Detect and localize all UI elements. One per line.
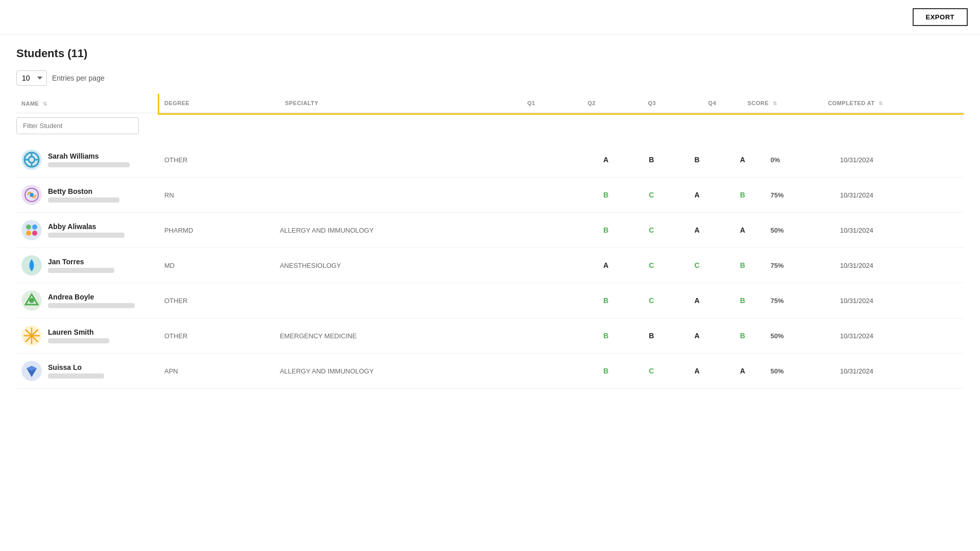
q2-cell-4: C bbox=[629, 283, 674, 318]
specialty-cell-5: EMERGENCY MEDICINE bbox=[275, 318, 583, 354]
svg-point-18 bbox=[29, 298, 34, 303]
name-cell-0: Sarah Williams bbox=[16, 142, 159, 178]
q3-cell-1: A bbox=[674, 178, 720, 213]
name-sort-icon: ⇅ bbox=[43, 101, 47, 107]
q4-cell-4: B bbox=[720, 283, 765, 318]
export-button[interactable]: EXPORT bbox=[913, 8, 968, 26]
name-blur-4 bbox=[48, 303, 135, 308]
completed-cell-6: 10/31/2024 bbox=[835, 354, 964, 389]
student-name-6[interactable]: Suissa Lo bbox=[48, 363, 104, 371]
q1-cell-6: B bbox=[583, 354, 629, 389]
completed-cell-5: 10/31/2024 bbox=[835, 318, 964, 354]
q4-cell-1: B bbox=[720, 178, 765, 213]
name-cell-4: Andrea Boyle bbox=[16, 283, 159, 318]
q2-cell-2: C bbox=[629, 213, 674, 248]
name-cell-5: Lauren Smith bbox=[16, 318, 159, 354]
name-info-2: Abby Aliwalas bbox=[48, 222, 125, 238]
col-header-name[interactable]: NAME ⇅ bbox=[16, 94, 159, 113]
student-name-3[interactable]: Jan Torres bbox=[48, 258, 114, 266]
col-header-completed-at[interactable]: COMPLETED AT ⇅ bbox=[823, 94, 964, 113]
table-row: Abby Aliwalas PHARMD ALLERGY AND IMMUNOL… bbox=[16, 213, 964, 248]
score-cell-0: 0% bbox=[765, 142, 835, 178]
name-info-4: Andrea Boyle bbox=[48, 293, 135, 308]
score-cell-1: 75% bbox=[765, 178, 835, 213]
q3-cell-4: A bbox=[674, 283, 720, 318]
table-wrapper: NAME ⇅ DEGREE SPECIALTY Q1 Q2 Q3 Q4 bbox=[16, 94, 964, 389]
student-name-1[interactable]: Betty Boston bbox=[48, 187, 119, 195]
name-blur-6 bbox=[48, 373, 104, 379]
entries-row: 10 25 50 100 Entries per page bbox=[16, 70, 964, 86]
col-header-score[interactable]: SCORE ⇅ bbox=[743, 94, 823, 113]
degree-cell-4: OTHER bbox=[159, 283, 275, 318]
avatar-3 bbox=[21, 255, 42, 276]
q2-cell-1: C bbox=[629, 178, 674, 213]
avatar-5 bbox=[21, 325, 42, 346]
q3-cell-6: A bbox=[674, 354, 720, 389]
page-title: Students (11) bbox=[16, 47, 964, 60]
completed-cell-4: 10/31/2024 bbox=[835, 283, 964, 318]
specialty-cell-4 bbox=[275, 283, 583, 318]
specialty-cell-6: ALLERGY AND IMMUNOLOGY bbox=[275, 354, 583, 389]
specialty-cell-2: ALLERGY AND IMMUNOLOGY bbox=[275, 213, 583, 248]
q1-cell-3: A bbox=[583, 248, 629, 283]
q2-cell-3: C bbox=[629, 248, 674, 283]
student-name-2[interactable]: Abby Aliwalas bbox=[48, 222, 125, 231]
svg-point-14 bbox=[32, 231, 37, 236]
degree-cell-2: PHARMD bbox=[159, 213, 275, 248]
completed-cell-2: 10/31/2024 bbox=[835, 213, 964, 248]
svg-point-24 bbox=[30, 334, 34, 338]
q4-cell-5: B bbox=[720, 318, 765, 354]
col-header-q4: Q4 bbox=[682, 94, 742, 113]
score-cell-5: 50% bbox=[765, 318, 835, 354]
degree-cell-5: OTHER bbox=[159, 318, 275, 354]
students-table: NAME ⇅ DEGREE SPECIALTY Q1 Q2 Q3 Q4 bbox=[16, 94, 964, 389]
name-info-0: Sarah Williams bbox=[48, 152, 130, 167]
degree-cell-6: APN bbox=[159, 354, 275, 389]
svg-point-12 bbox=[32, 224, 37, 230]
col-header-specialty: SPECIALTY bbox=[280, 94, 501, 113]
degree-cell-1: RN bbox=[159, 178, 275, 213]
q1-cell-0: A bbox=[583, 142, 629, 178]
students-tbody: Sarah Williams OTHER A B B A 0% 10/31/20… bbox=[16, 142, 964, 389]
name-info-1: Betty Boston bbox=[48, 187, 119, 203]
q1-cell-5: B bbox=[583, 318, 629, 354]
name-blur-0 bbox=[48, 162, 130, 167]
avatar-1 bbox=[21, 185, 42, 205]
col-header-q1: Q1 bbox=[501, 94, 561, 113]
degree-cell-3: MD bbox=[159, 248, 275, 283]
specialty-cell-1 bbox=[275, 178, 583, 213]
q3-cell-2: A bbox=[674, 213, 720, 248]
student-name-4[interactable]: Andrea Boyle bbox=[48, 293, 135, 301]
q4-cell-6: A bbox=[720, 354, 765, 389]
table-header-row: NAME ⇅ DEGREE SPECIALTY Q1 Q2 Q3 Q4 bbox=[16, 94, 964, 113]
table-row: Andrea Boyle OTHER B C A B 75% 10/31/202… bbox=[16, 283, 964, 318]
q1-cell-1: B bbox=[583, 178, 629, 213]
filter-student-input[interactable] bbox=[16, 117, 139, 134]
completed-cell-0: 10/31/2024 bbox=[835, 142, 964, 178]
q2-cell-5: B bbox=[629, 318, 674, 354]
table-row: Jan Torres MD ANESTHESIOLOGY A C C B 75%… bbox=[16, 248, 964, 283]
avatar-0 bbox=[21, 149, 42, 170]
name-blur-2 bbox=[48, 233, 125, 238]
svg-point-10 bbox=[21, 220, 42, 240]
avatar-4 bbox=[21, 290, 42, 311]
score-cell-4: 75% bbox=[765, 283, 835, 318]
q4-cell-3: B bbox=[720, 248, 765, 283]
filter-row bbox=[16, 113, 964, 143]
name-info-5: Lauren Smith bbox=[48, 328, 109, 343]
q2-cell-6: C bbox=[629, 354, 674, 389]
student-name-5[interactable]: Lauren Smith bbox=[48, 328, 109, 336]
entries-per-page-label: Entries per page bbox=[52, 74, 105, 82]
student-name-0[interactable]: Sarah Williams bbox=[48, 152, 130, 160]
name-blur-3 bbox=[48, 268, 114, 273]
table-row: Lauren Smith OTHER EMERGENCY MEDICINE B … bbox=[16, 318, 964, 354]
table-row: Suissa Lo APN ALLERGY AND IMMUNOLOGY B C… bbox=[16, 354, 964, 389]
degree-cell-0: OTHER bbox=[159, 142, 275, 178]
q3-cell-3: C bbox=[674, 248, 720, 283]
col-header-highlighted-group: DEGREE SPECIALTY Q1 Q2 Q3 Q4 SCORE ⇅ bbox=[159, 94, 964, 113]
name-info-6: Suissa Lo bbox=[48, 363, 104, 379]
name-cell-1: Betty Boston bbox=[16, 178, 159, 213]
top-bar: EXPORT bbox=[0, 0, 980, 35]
entries-per-page-select[interactable]: 10 25 50 100 bbox=[16, 70, 47, 86]
name-cell-6: Suissa Lo bbox=[16, 354, 159, 389]
